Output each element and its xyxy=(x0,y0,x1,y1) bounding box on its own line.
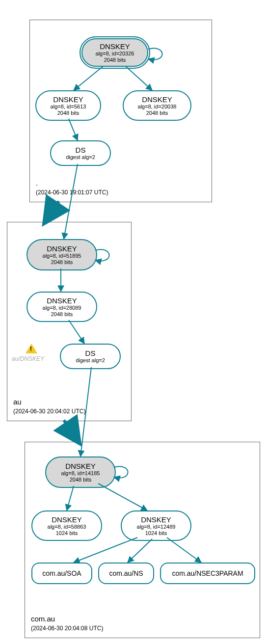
node-detail: 2048 bits xyxy=(27,311,96,318)
root-ds: DS digest alg=2 xyxy=(50,140,111,166)
node-title: DNSKEY xyxy=(122,515,190,524)
node-title: DS xyxy=(61,349,120,357)
comau-ksk-dnskey: DNSKEY alg=8, id=14185 2048 bits xyxy=(45,456,116,488)
node-detail: alg=8, id=14185 xyxy=(46,470,115,477)
node-detail: 2048 bits xyxy=(27,259,96,266)
node-title: DS xyxy=(51,146,110,154)
node-title: DNSKEY xyxy=(36,95,100,104)
zone-au-label: au xyxy=(13,398,22,406)
comau-zsk2-dnskey: DNSKEY alg=8, id=12489 1024 bits xyxy=(121,510,191,541)
node-detail: alg=8, id=20326 xyxy=(80,51,149,57)
au-ksk-dnskey: DNSKEY alg=8, id=51895 2048 bits xyxy=(27,239,97,270)
node-detail: 1024 bits xyxy=(122,530,190,537)
node-detail: digest alg=2 xyxy=(51,154,110,161)
node-detail: digest alg=2 xyxy=(61,357,120,364)
rrset-label: com.au/NSEC3PARAM xyxy=(172,569,243,577)
warning-label: au/DNSKEY xyxy=(12,355,44,362)
node-title: DNSKEY xyxy=(27,244,96,253)
node-detail: alg=8, id=51895 xyxy=(27,253,96,259)
node-title: DNSKEY xyxy=(80,42,149,51)
node-detail: 2048 bits xyxy=(46,477,115,483)
node-title: DNSKEY xyxy=(46,462,115,470)
node-detail: alg=8, id=28089 xyxy=(27,305,96,311)
node-detail: 2048 bits xyxy=(80,57,149,63)
rrset-ns: com.au/NS xyxy=(98,563,154,584)
zone-comau-timestamp: (2024-06-30 20:04:08 UTC) xyxy=(31,625,103,632)
root-zsk2-dnskey: DNSKEY alg=8, id=20038 2048 bits xyxy=(123,90,191,121)
rrset-nsec3param: com.au/NSEC3PARAM xyxy=(160,563,255,584)
node-detail: alg=8, id=12489 xyxy=(122,524,190,530)
node-detail: 2048 bits xyxy=(36,110,100,116)
rrset-label: com.au/SOA xyxy=(42,569,81,577)
node-detail: alg=8, id=58863 xyxy=(32,524,101,530)
node-detail: 2048 bits xyxy=(124,110,190,116)
node-title: DNSKEY xyxy=(32,515,101,524)
rrset-soa: com.au/SOA xyxy=(31,563,92,584)
node-detail: 1024 bits xyxy=(32,530,101,537)
zone-comau-label: com.au xyxy=(31,615,55,623)
root-zsk1-dnskey: DNSKEY alg=8, id=5613 2048 bits xyxy=(35,90,101,121)
zone-au-timestamp: (2024-06-30 20:04:02 UTC) xyxy=(13,408,85,415)
zone-root-label: . xyxy=(36,179,38,187)
node-title: DNSKEY xyxy=(124,95,190,104)
zone-root-timestamp: (2024-06-30 19:01:07 UTC) xyxy=(36,189,108,196)
comau-zsk1-dnskey: DNSKEY alg=8, id=58863 1024 bits xyxy=(31,510,102,541)
node-detail: alg=8, id=20038 xyxy=(124,104,190,110)
au-zsk-dnskey: DNSKEY alg=8, id=28089 2048 bits xyxy=(27,292,97,322)
node-title: DNSKEY xyxy=(27,296,96,305)
node-detail: alg=8, id=5613 xyxy=(36,104,100,110)
root-ksk-dnskey: DNSKEY alg=8, id=20326 2048 bits xyxy=(80,36,150,69)
au-ds: DS digest alg=2 xyxy=(60,344,121,369)
warning-icon xyxy=(26,344,37,353)
rrset-label: com.au/NS xyxy=(109,569,143,577)
